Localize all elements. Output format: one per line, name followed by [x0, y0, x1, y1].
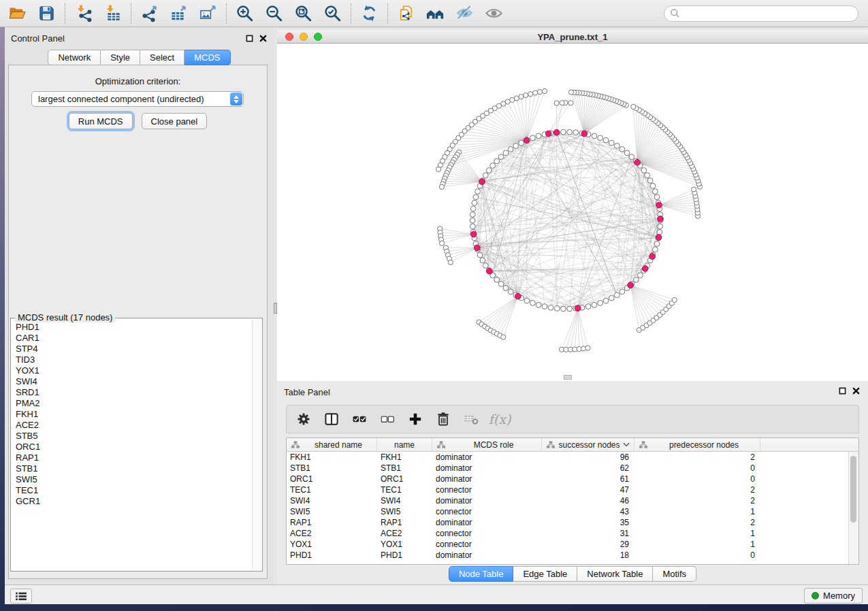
table-tab-edge-table[interactable]: Edge Table	[513, 566, 577, 582]
float-panel-icon[interactable]	[246, 35, 253, 42]
control-panel-tabs: NetworkStyleSelectMCDS	[5, 50, 274, 65]
close-panel-icon[interactable]	[259, 35, 267, 42]
task-history-button[interactable]	[10, 589, 32, 604]
table-row-PHD1[interactable]: PHD1PHD1dominator180	[287, 550, 858, 561]
control-tab-select[interactable]: Select	[140, 50, 184, 65]
show-all-button[interactable]	[479, 1, 509, 27]
table-row-STB1[interactable]: STB1STB1dominator620	[287, 463, 858, 474]
settings-button[interactable]	[295, 410, 312, 428]
control-tab-mcds[interactable]: MCDS	[184, 50, 230, 65]
mcds-result-node[interactable]: SWI4	[16, 376, 252, 387]
run-mcds-button[interactable]: Run MCDS	[69, 113, 133, 129]
table-row-ORC1[interactable]: ORC1ORC1dominator610	[287, 474, 858, 484]
mcds-result-node[interactable]: PHD1	[16, 322, 252, 333]
hide-selected-button[interactable]	[450, 1, 479, 27]
network-canvas[interactable]	[277, 44, 868, 381]
float-table-panel-icon[interactable]	[839, 387, 846, 395]
table-row-FKH1[interactable]: FKH1FKH1dominator962	[287, 452, 858, 463]
mcds-result-node[interactable]: TID3	[16, 354, 252, 365]
cell-predecessor-nodes: 0	[634, 463, 760, 474]
first-neighbors-button[interactable]	[421, 1, 450, 27]
memory-button[interactable]: Memory	[804, 588, 863, 604]
mcds-result-node[interactable]: STB1	[16, 463, 252, 474]
select-all-rows-icon	[351, 411, 368, 427]
export-network-button[interactable]	[135, 1, 164, 27]
mcds-result-node[interactable]: CAR1	[16, 333, 252, 344]
mcds-result-node[interactable]: FKH1	[16, 409, 252, 420]
mcds-result-node[interactable]: SRD1	[16, 387, 252, 398]
mcds-panel: Optimization criterion: largest connecte…	[8, 65, 268, 579]
deselect-rows-button[interactable]	[379, 410, 396, 428]
table-row-RAP1[interactable]: RAP1RAP1dominator352	[287, 517, 858, 528]
horizontal-splitter-handle[interactable]	[564, 375, 572, 380]
import-table-button[interactable]	[98, 1, 127, 27]
save-session-button[interactable]	[32, 1, 61, 27]
select-all-rows-button[interactable]	[351, 410, 368, 428]
toggle-columns-button[interactable]	[323, 410, 340, 428]
delete-table-icon	[463, 411, 479, 427]
cell-MCDS-role: connector	[432, 539, 542, 550]
import-network-button[interactable]	[69, 1, 98, 27]
table-row-SWI4[interactable]: SWI4SWI4dominator462	[287, 495, 858, 506]
table-panel-header: Table Panel	[277, 381, 868, 401]
toolbar-separator	[226, 3, 227, 24]
mcds-result-node[interactable]: YOX1	[16, 365, 252, 376]
zoom-selected-icon	[323, 4, 342, 22]
table-tab-network-table[interactable]: Network Table	[577, 566, 653, 582]
column-header-predecessor-nodes[interactable]: predecessor nodes	[634, 438, 760, 451]
duplicate-network-button[interactable]	[391, 1, 421, 27]
column-header-shared-name[interactable]: shared name	[287, 438, 377, 451]
column-header-successor-nodes[interactable]: successor nodes	[542, 438, 634, 451]
control-tab-network[interactable]: Network	[48, 50, 101, 65]
cell-MCDS-role: dominator	[432, 495, 542, 506]
delete-table-button[interactable]	[462, 410, 480, 428]
control-tab-style[interactable]: Style	[101, 50, 140, 65]
mcds-result-node[interactable]: STB5	[16, 431, 252, 442]
table-scrollbar[interactable]	[848, 452, 858, 564]
close-table-panel-icon[interactable]	[852, 387, 860, 395]
table-row-YOX1[interactable]: YOX1YOX1connector291	[287, 539, 858, 550]
refresh-button[interactable]	[355, 1, 384, 27]
mcds-result-node[interactable]: PMA2	[16, 398, 252, 409]
mcds-result-node[interactable]: STP4	[16, 344, 252, 354]
table-scrollbar-thumb[interactable]	[850, 456, 856, 523]
export-table-button[interactable]	[164, 1, 193, 27]
settings-icon	[295, 411, 312, 427]
main-toolbar	[0, 0, 868, 27]
zoom-in-button[interactable]	[230, 1, 259, 27]
mcds-result-node[interactable]: ORC1	[16, 442, 252, 452]
add-column-button[interactable]	[406, 410, 424, 428]
criterion-dropdown[interactable]: largest connected component (undirected)	[31, 91, 244, 107]
mcds-result-node[interactable]: TEC1	[16, 485, 252, 496]
table-tab-node-table[interactable]: Node Table	[449, 566, 514, 582]
mcds-result-node[interactable]: ACE2	[16, 420, 252, 431]
table-row-SWI5[interactable]: SWI5SWI5connector431	[287, 506, 858, 517]
cell-predecessor-nodes: 0	[634, 550, 760, 561]
delete-column-button[interactable]	[434, 410, 452, 428]
table-row-ACE2[interactable]: ACE2ACE2connector311	[287, 528, 858, 539]
network-window-titlebar: YPA_prune.txt_1	[277, 30, 868, 44]
search-input[interactable]	[680, 8, 858, 18]
table-row-TEC1[interactable]: TEC1TEC1connector472	[287, 484, 858, 495]
cell-shared-name: FKH1	[287, 452, 377, 463]
close-panel-button[interactable]: Close panel	[142, 113, 208, 129]
mcds-result-scrollbar[interactable]	[252, 319, 261, 570]
zoom-out-button[interactable]	[259, 1, 289, 27]
cell-MCDS-role: dominator	[432, 452, 542, 463]
import-table-icon	[103, 4, 122, 22]
mcds-result-node[interactable]: RAP1	[16, 452, 252, 463]
export-image-button[interactable]	[193, 1, 223, 27]
mcds-result-node[interactable]: GCR1	[16, 496, 252, 507]
mcds-result-node[interactable]: SWI5	[16, 474, 252, 485]
zoom-fit-button[interactable]	[289, 1, 318, 27]
export-image-icon	[199, 4, 217, 22]
open-file-button[interactable]	[3, 1, 32, 27]
network-graph[interactable]	[277, 44, 868, 381]
table-tab-motifs[interactable]: Motifs	[653, 566, 696, 582]
fx-button[interactable]: f(x)	[490, 410, 508, 428]
hide-selected-icon	[455, 4, 474, 22]
column-header-name[interactable]: name	[377, 438, 432, 451]
zoom-selected-button[interactable]	[318, 1, 347, 27]
column-header-MCDS-role[interactable]: MCDS role	[432, 438, 542, 451]
add-column-icon	[407, 411, 423, 427]
